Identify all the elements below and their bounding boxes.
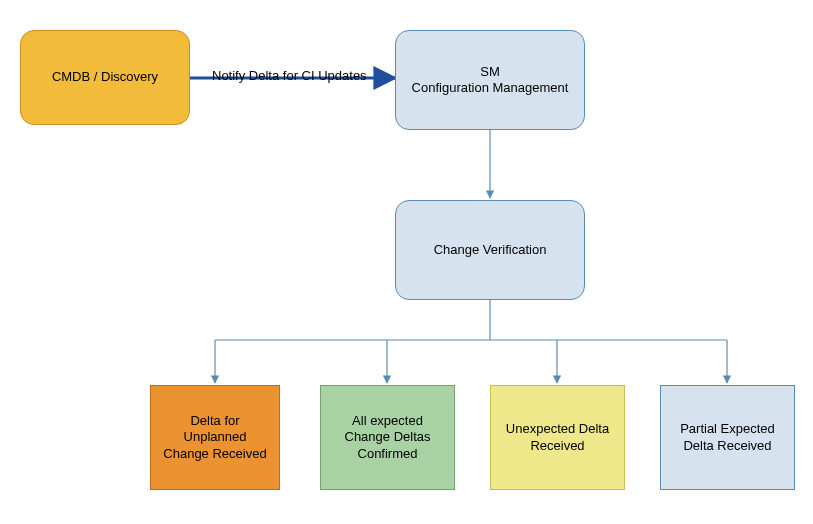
node-label: SM Configuration Management (412, 64, 569, 97)
node-unexpected-delta-received: Unexpected Delta Received (490, 385, 625, 490)
node-change-verification: Change Verification (395, 200, 585, 300)
node-all-expected-change-deltas-confirmed: All expected Change Deltas Confirmed (320, 385, 455, 490)
edge-label-notify-delta: Notify Delta for CI Updates (212, 68, 367, 83)
node-delta-unplanned-change-received: Delta for Unplanned Change Received (150, 385, 280, 490)
node-sm-configuration-management: SM Configuration Management (395, 30, 585, 130)
node-label: Partial Expected Delta Received (680, 421, 775, 454)
node-label: Change Verification (434, 242, 547, 258)
node-label: CMDB / Discovery (52, 69, 158, 85)
node-label: All expected Change Deltas Confirmed (345, 413, 431, 462)
node-cmdb-discovery: CMDB / Discovery (20, 30, 190, 125)
node-partial-expected-delta-received: Partial Expected Delta Received (660, 385, 795, 490)
node-label: Delta for Unplanned Change Received (163, 413, 266, 462)
node-label: Unexpected Delta Received (506, 421, 609, 454)
